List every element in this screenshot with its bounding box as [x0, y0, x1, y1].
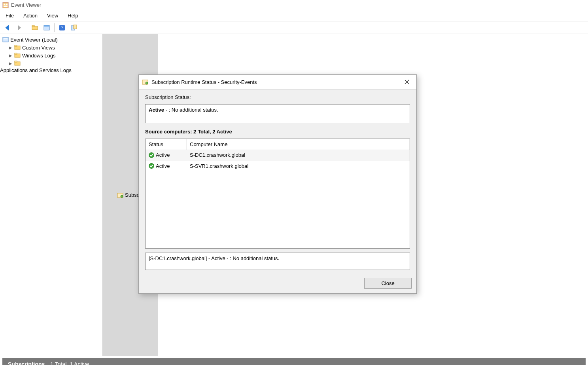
title-text: Event Viewer	[11, 2, 41, 8]
main-header-title: Subscriptions	[8, 361, 45, 365]
dialog-icon	[142, 79, 148, 85]
detail-pre: [S-DC1.crashwork.global] -	[149, 255, 211, 261]
menu-view[interactable]: View	[43, 11, 62, 20]
tree-item-label: Applications and Services Logs	[0, 67, 72, 73]
folder-icon	[14, 60, 21, 67]
svg-point-30	[146, 82, 148, 84]
svg-rect-20	[15, 61, 17, 62]
svg-point-32	[149, 163, 154, 169]
svg-rect-11	[74, 25, 77, 29]
export-button[interactable]	[69, 23, 79, 32]
svg-rect-15	[15, 46, 20, 49]
runtime-status-dialog: Subscription Runtime Status - Security-E…	[138, 74, 417, 294]
back-button[interactable]	[2, 23, 13, 32]
status-active-text: Active	[149, 107, 164, 113]
src-row-name: S-DC1.crashwork.global	[187, 151, 410, 160]
svg-rect-29	[142, 80, 148, 84]
close-button[interactable]: Close	[364, 278, 412, 289]
dialog-title-text: Subscription Runtime Status - Security-E…	[151, 79, 401, 85]
source-computers-list[interactable]: Status Computer Name Active S-DC1.crashw…	[145, 139, 410, 249]
panel-icon	[71, 25, 77, 31]
expander-icon[interactable]: ▶	[8, 45, 13, 50]
svg-rect-6	[44, 25, 49, 30]
properties-button[interactable]	[42, 23, 52, 32]
src-row-status: Active	[156, 152, 170, 158]
svg-rect-16	[15, 45, 17, 46]
menu-help[interactable]: Help	[64, 11, 82, 20]
svg-rect-13	[4, 38, 8, 39]
svg-rect-19	[15, 62, 20, 65]
svg-rect-2	[6, 4, 8, 5]
svg-rect-8	[59, 25, 65, 30]
event-viewer-node-icon	[2, 36, 9, 43]
navigation-tree[interactable]: Event Viewer (Local) ▶ Custom Views ▶ Wi…	[0, 34, 103, 356]
status-rest-text: - : No additional status.	[164, 107, 218, 113]
svg-rect-21	[117, 193, 123, 198]
svg-rect-18	[15, 53, 17, 54]
tree-root[interactable]: Event Viewer (Local)	[0, 36, 102, 44]
detail-post: - : No additional status.	[225, 255, 280, 261]
tree-item-windows-logs[interactable]: ▶ Windows Logs	[0, 51, 102, 59]
dialog-titlebar[interactable]: Subscription Runtime Status - Security-E…	[139, 75, 416, 89]
tree-item-custom-views[interactable]: ▶ Custom Views	[0, 44, 102, 51]
svg-rect-0	[3, 2, 8, 8]
svg-rect-7	[44, 25, 49, 27]
src-col-status[interactable]: Status	[146, 139, 187, 150]
src-col-name[interactable]: Computer Name	[187, 139, 410, 150]
svg-text:?: ?	[61, 25, 63, 30]
subscription-status-label: Subscription Status:	[145, 94, 410, 100]
window-icon	[43, 25, 50, 31]
expander-icon[interactable]: ▶	[8, 61, 13, 66]
src-row-status: Active	[156, 163, 170, 169]
main-header-subtitle: 1 Total, 1 Active.	[50, 361, 91, 365]
main-content: Subscriptions 1 Total, 1 Active. Name St…	[2, 358, 586, 365]
active-check-icon	[149, 163, 154, 169]
tree-root-label: Event Viewer (Local)	[10, 37, 58, 43]
svg-rect-1	[4, 4, 5, 5]
folder-icon	[32, 25, 38, 31]
detail-strong: Active	[211, 255, 225, 261]
back-arrow-icon	[4, 25, 11, 31]
help-button[interactable]: ?	[57, 23, 67, 32]
svg-rect-4	[32, 26, 38, 30]
forward-arrow-icon	[16, 25, 23, 31]
menu-file[interactable]: File	[2, 11, 18, 20]
subscription-status-box[interactable]: Active - : No additional status.	[145, 104, 410, 123]
event-viewer-app-icon	[2, 2, 9, 8]
svg-point-22	[121, 195, 123, 198]
close-icon	[405, 80, 409, 84]
src-row-name: S-SVR1.crashwork.global	[187, 162, 410, 171]
show-hide-tree-button[interactable]	[30, 23, 40, 32]
source-computer-row[interactable]: Active S-SVR1.crashwork.global	[146, 161, 410, 172]
folder-icon	[14, 52, 21, 59]
toolbar-separator	[54, 23, 55, 32]
svg-point-31	[149, 152, 154, 158]
svg-rect-3	[4, 6, 8, 7]
help-icon: ?	[59, 25, 65, 31]
main-header: Subscriptions 1 Total, 1 Active.	[4, 359, 584, 365]
svg-rect-12	[3, 37, 8, 42]
subscriptions-icon	[117, 192, 123, 198]
menu-action[interactable]: Action	[19, 11, 42, 20]
source-list-header[interactable]: Status Computer Name	[146, 139, 410, 150]
svg-rect-10	[71, 26, 75, 30]
expander-icon[interactable]: ▶	[8, 53, 13, 58]
tree-item-label: Windows Logs	[22, 53, 56, 59]
source-computers-label: Source computers: 2 Total, 2 Active	[145, 129, 410, 135]
tree-item-app-services-logs[interactable]: ▶	[0, 59, 102, 67]
forward-button[interactable]	[14, 23, 25, 32]
tree-item-label: Custom Views	[22, 45, 55, 51]
source-computer-row[interactable]: Active S-DC1.crashwork.global	[146, 150, 410, 161]
toolbar-separator	[27, 23, 27, 32]
menu-bar: File Action View Help	[0, 10, 588, 21]
title-bar: Event Viewer	[0, 0, 588, 10]
source-detail-box[interactable]: [S-DC1.crashwork.global] - Active - : No…	[145, 253, 410, 270]
toolbar: ?	[0, 21, 588, 34]
svg-rect-5	[32, 25, 34, 27]
dialog-close-button[interactable]	[401, 77, 413, 87]
svg-rect-14	[4, 40, 8, 40]
svg-rect-17	[15, 54, 20, 57]
active-check-icon	[149, 152, 154, 158]
folder-icon	[14, 44, 21, 51]
